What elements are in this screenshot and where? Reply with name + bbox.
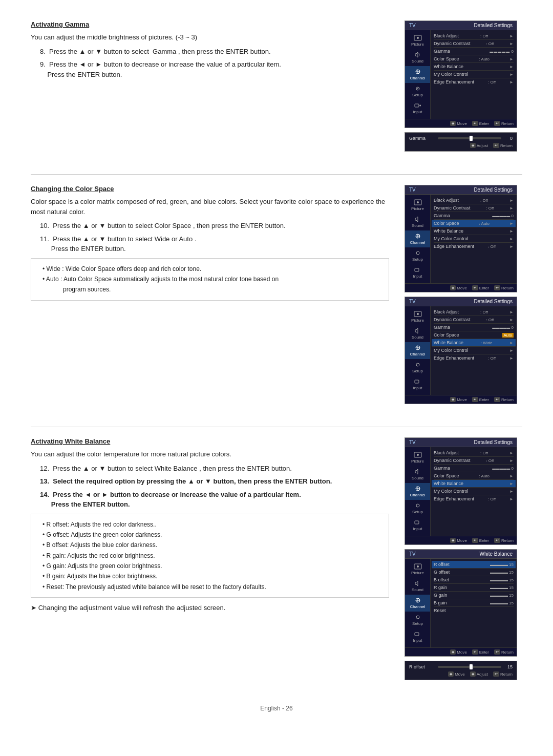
- cs1-sidebar-input[interactable]: Input: [405, 264, 430, 281]
- svg-point-9: [417, 201, 419, 203]
- row-white-balance: White Balance ►: [434, 63, 514, 71]
- row-edge-enhancement: Edge Enhancement : Off ►: [434, 78, 514, 86]
- step-14: 14. Press the ◄ or ► button to decrease …: [40, 490, 389, 510]
- r-offset-track: [438, 666, 501, 668]
- sidebar-sound[interactable]: Sound: [405, 49, 430, 66]
- section-divider-2: [31, 427, 522, 427]
- activating-white-balance-title: Activating White Balance: [31, 437, 389, 445]
- gamma-slider-track: [438, 137, 501, 139]
- svg-rect-35: [415, 633, 419, 636]
- white-balance-menu-panel: TV Detailed Settings Picture Sound: [405, 437, 522, 684]
- svg-rect-7: [415, 104, 419, 107]
- note-auto: • Auto : Auto Color Space automatically …: [42, 274, 381, 295]
- row-dynamic-contrast: Dynamic Contrast : Off ►: [434, 40, 514, 48]
- step-8: 8. Press the ▲ or ▼ button to select Gam…: [40, 47, 389, 57]
- tv-menu-body: Picture Sound Channel Setup: [405, 30, 517, 119]
- r-offset-slider-panel: R offset 15 ◈Move ◈Adjust ↩Return: [405, 661, 517, 680]
- cs1-sidebar-channel[interactable]: Channel: [405, 230, 430, 247]
- step-13: 13. Select the required option by pressi…: [40, 476, 389, 487]
- svg-rect-28: [415, 521, 419, 524]
- tv-color-space-menu2: TV Detailed Settings Picture Sound: [405, 297, 517, 404]
- svg-point-13: [416, 251, 419, 255]
- tv-label: TV: [409, 23, 416, 28]
- sidebar-channel[interactable]: Channel: [405, 66, 430, 83]
- sidebar-setup[interactable]: Setup: [405, 83, 430, 100]
- tv-wb-menu1: TV Detailed Settings Picture Sound: [405, 437, 517, 545]
- step-11: 11. Press the ▲ or ▼ button to select Wi…: [40, 234, 389, 254]
- activating-white-balance-section: Activating White Balance You can adjust …: [31, 437, 522, 684]
- gamma-slider-row: Gamma 0: [409, 136, 513, 141]
- tv-footer: ◈Move ↵Enter ↩Return: [405, 119, 517, 128]
- tv-color-space-menu1: TV Detailed Settings Picture Sound: [405, 185, 517, 292]
- changing-color-space-title: Changing the Color Space: [31, 185, 389, 193]
- activating-gamma-desc: You can adjust the middle brightness of …: [31, 32, 389, 43]
- tv-menu-header: TV Detailed Settings: [405, 21, 517, 30]
- step-10: 10. Press the ▲ or ▼ button to select Co…: [40, 221, 389, 231]
- gamma-slider-footer: ◈Adjust ↩Return: [409, 143, 513, 148]
- svg-point-27: [416, 504, 419, 507]
- svg-point-20: [416, 363, 419, 366]
- cs1-sidebar-setup[interactable]: Setup: [405, 247, 430, 264]
- settings-label: Detailed Settings: [474, 23, 513, 28]
- tv-content: Black Adjust : Off ► Dynamic Contrast : …: [431, 30, 517, 119]
- tv-detailed-settings-menu: TV Detailed Settings Picture Sound: [405, 20, 517, 128]
- gamma-menu-panel: TV Detailed Settings Picture Sound: [405, 20, 522, 156]
- page-number: English - 26: [260, 705, 292, 712]
- svg-point-30: [417, 565, 419, 568]
- page-footer: English - 26: [31, 705, 522, 712]
- sidebar-sound-label: Sound: [412, 59, 423, 64]
- svg-point-34: [416, 616, 419, 619]
- activating-gamma-section: Activating Gamma You can adjust the midd…: [31, 20, 522, 156]
- activating-gamma-title: Activating Gamma: [31, 20, 389, 28]
- cs1-sidebar-sound[interactable]: Sound: [405, 214, 430, 230]
- row-color-space: Color Space : Auto ►: [434, 55, 514, 63]
- gamma-slider-thumb[interactable]: [470, 136, 473, 141]
- svg-point-16: [417, 313, 419, 315]
- svg-rect-21: [415, 380, 419, 383]
- color-space-menu-panel: TV Detailed Settings Picture Sound: [405, 185, 522, 408]
- sidebar-setup-label: Setup: [412, 93, 423, 97]
- svg-point-6: [417, 88, 418, 89]
- gamma-slider-value: 0: [504, 136, 513, 141]
- row-black-adjust: Black Adjust : Off ►: [434, 32, 514, 40]
- white-balance-arrow-note: Changing the adjustment value will refre…: [31, 604, 389, 612]
- changing-color-space-section: Changing the Color Space Color space is …: [31, 185, 522, 408]
- sidebar-input-label: Input: [413, 110, 422, 114]
- tv-wb-menu2: TV White Balance Picture Sound: [405, 549, 517, 657]
- step-9: 9. Press the ◄ or ► button to decrease o…: [40, 59, 389, 79]
- sidebar-channel-label: Channel: [410, 76, 426, 80]
- changing-color-space-desc: Color space is a color matrix composed o…: [31, 197, 389, 217]
- cs1-sidebar-picture[interactable]: Picture: [405, 197, 430, 214]
- sidebar-input[interactable]: Input: [405, 100, 430, 117]
- color-space-notes: • Wide : Wide Color Space offers deep an…: [31, 258, 389, 301]
- gamma-slider-label: Gamma: [409, 136, 435, 141]
- row-my-color-control: My Color Control ►: [434, 71, 514, 78]
- section-divider-1: [31, 174, 522, 175]
- tv-sidebar: Picture Sound Channel Setup: [405, 30, 431, 119]
- white-balance-notes: • R offset: Adjusts the red color darkne…: [31, 514, 389, 598]
- r-offset-thumb[interactable]: [470, 664, 473, 669]
- svg-point-1: [417, 37, 419, 39]
- step-12: 12. Press the ▲ or ▼ button to select Wh…: [40, 464, 389, 474]
- sidebar-picture-label: Picture: [411, 42, 424, 47]
- sidebar-picture[interactable]: Picture: [405, 32, 430, 49]
- svg-rect-14: [415, 268, 419, 271]
- note-wide: • Wide : Wide Color Space offers deep an…: [42, 264, 381, 274]
- activating-white-balance-desc: You can adjust the color temperature for…: [31, 449, 389, 459]
- svg-point-23: [417, 454, 419, 456]
- tv-menu-header-cs1: TV Detailed Settings: [405, 185, 517, 195]
- gamma-slider-panel: Gamma 0 ◈Adjust ↩Return: [405, 132, 517, 152]
- row-gamma: Gamma ▬▬▬▬▬ 0: [434, 48, 514, 55]
